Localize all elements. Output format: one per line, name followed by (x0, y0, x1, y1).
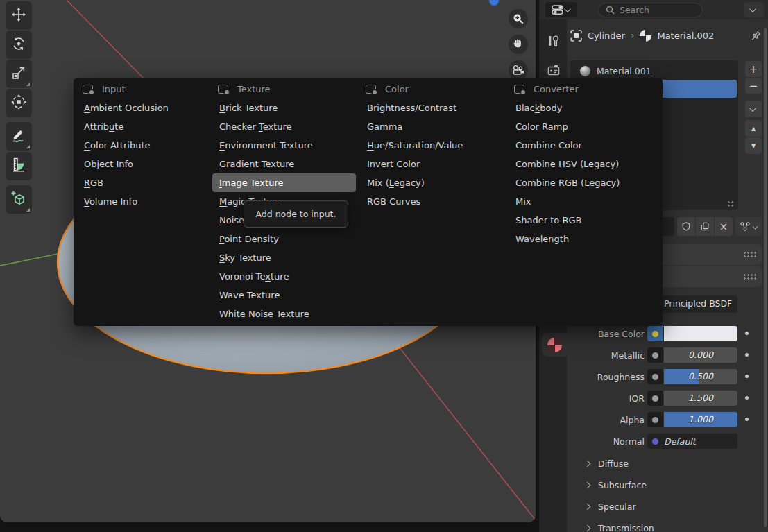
move-slot-down-button[interactable]: ▼ (745, 137, 762, 154)
input-socket[interactable] (647, 369, 663, 384)
menu-item-point-density[interactable]: Point Density (212, 230, 356, 248)
menu-item-checker-texture[interactable]: Checker Texture (212, 117, 356, 136)
search-icon (606, 6, 615, 15)
menu-item-white-noise-texture[interactable]: White Noise Texture (212, 304, 356, 323)
section-specular[interactable]: Specular (539, 498, 768, 515)
camera-view-gizmo-button[interactable] (509, 60, 528, 80)
menu-item-attribute[interactable]: Attribute (77, 117, 208, 136)
menu-item-wavelength[interactable]: Wavelength (509, 230, 659, 248)
menu-item-wave-texture[interactable]: Wave Texture (212, 286, 356, 304)
header-options-button[interactable] (744, 2, 764, 17)
unlink-material-button[interactable]: × (715, 217, 733, 236)
tooltip: Add node to input. (244, 200, 348, 228)
menu-item-invert-color[interactable]: Invert Color (360, 155, 504, 173)
decorator-dot-icon[interactable] (745, 396, 749, 400)
add-slot-button[interactable]: + (745, 61, 762, 77)
measure-tool-button[interactable] (6, 152, 32, 180)
base-color-socket[interactable] (647, 326, 663, 341)
menu-item-combine-rgb-legacy-[interactable]: Combine RGB (Legacy) (509, 173, 659, 192)
fake-user-button[interactable] (677, 217, 695, 236)
decorator-dot-icon[interactable] (745, 353, 749, 357)
menu-item-volume-info[interactable]: Volume Info (77, 192, 208, 211)
value-slider[interactable]: 1.500 (664, 391, 737, 406)
add-cube-tool-button[interactable] (6, 185, 32, 214)
node-category-icon (514, 85, 524, 94)
rotate-tool-button[interactable] (6, 31, 32, 59)
section-diffuse[interactable]: Diffuse (539, 455, 768, 472)
normal-field[interactable]: Default (647, 434, 737, 449)
menu-item-combine-hsv-legacy-[interactable]: Combine HSV (Legacy) (509, 155, 659, 173)
breadcrumb-separator: › (631, 30, 635, 41)
menu-item-ambient-occlusion[interactable]: Ambient Occlusion (77, 98, 208, 117)
panel-grip-icon[interactable] (743, 251, 756, 257)
input-socket[interactable] (647, 391, 663, 406)
menu-item-gradient-texture[interactable]: Gradient Texture (212, 155, 356, 173)
triangle-down-icon: ▼ (751, 143, 756, 149)
menu-item-mix-legacy-[interactable]: Mix (Legacy) (360, 173, 504, 192)
node-category-icon (83, 85, 93, 94)
annotate-tool-button[interactable] (6, 122, 32, 151)
move-tool-button[interactable] (6, 1, 32, 30)
menu-item-voronoi-texture[interactable]: Voronoi Texture (212, 267, 356, 286)
scale-tool-button[interactable] (6, 60, 32, 88)
menu-item-gamma[interactable]: Gamma (360, 117, 504, 136)
input-label: Base Color (598, 329, 645, 339)
pan-hand-gizmo-button[interactable] (509, 35, 528, 54)
menu-item-image-texture[interactable]: Image Texture (212, 173, 356, 192)
menu-item-object-info[interactable]: Object Info (77, 155, 208, 173)
breadcrumb: Cylinder › Material.002 (570, 25, 762, 46)
nodetree-icon (740, 221, 751, 232)
new-material-button[interactable] (696, 217, 714, 236)
menu-item-combine-color[interactable]: Combine Color (509, 136, 659, 155)
material-link-dropdown[interactable] (735, 217, 762, 236)
transform-tool-button[interactable] (6, 89, 32, 117)
menu-item-color-ramp[interactable]: Color Ramp (509, 117, 659, 136)
menu-item-brick-texture[interactable]: Brick Texture (212, 98, 356, 117)
breadcrumb-object[interactable]: Cylinder (588, 31, 625, 41)
input-label: Normal (613, 436, 645, 447)
scrollbar[interactable] (764, 28, 767, 527)
remove-slot-button[interactable]: − (745, 78, 762, 94)
base-color-swatch[interactable] (664, 326, 737, 341)
menu-item-hue-saturation-value[interactable]: Hue/Saturation/Value (360, 136, 504, 155)
editor-type-button[interactable] (545, 2, 577, 17)
input-socket[interactable] (647, 347, 663, 363)
menu-item-color-attribute[interactable]: Color Attribute (77, 136, 208, 155)
menu-item-brightness-contrast[interactable]: Brightness/Contrast (360, 98, 504, 117)
section-subsurface[interactable]: Subsurface (539, 477, 768, 493)
value-slider[interactable]: 0.500 (664, 369, 737, 384)
menu-item-sky-texture[interactable]: Sky Texture (212, 248, 356, 267)
navigation-gizmo-axis-dot[interactable] (489, 0, 499, 6)
shader-input-row-base-color: Base Color (539, 326, 768, 343)
menu-item-rgb[interactable]: RGB (77, 173, 208, 192)
menu-item-rgb-curves[interactable]: RGB Curves (360, 192, 504, 211)
section-label: Transmission (598, 523, 654, 532)
decorator-dot-icon[interactable] (745, 375, 749, 378)
search-input[interactable]: Search (598, 3, 703, 17)
slot-specials-button[interactable] (745, 101, 762, 117)
menu-item-environment-texture[interactable]: Environment Texture (212, 136, 356, 155)
x-axis-line-bottom (391, 336, 536, 520)
pin-icon[interactable] (750, 29, 762, 42)
move-slot-up-button[interactable]: ▲ (745, 120, 762, 137)
chevron-right-icon (584, 503, 591, 510)
list-resize-grip[interactable] (727, 200, 734, 207)
input-socket[interactable] (647, 412, 663, 427)
value-slider[interactable]: 1.000 (664, 412, 737, 427)
minus-icon: − (749, 80, 758, 92)
menu-category-label: Texture (237, 84, 271, 94)
menu-item-blackbody[interactable]: Blackbody (509, 98, 659, 117)
menu-item-shader-to-rgb[interactable]: Shader to RGB (509, 211, 659, 230)
breadcrumb-material[interactable]: Material.002 (657, 31, 714, 41)
section-transmission[interactable]: Transmission (539, 520, 768, 532)
decorator-dot-icon[interactable] (745, 332, 749, 335)
panel-grip-icon[interactable] (743, 273, 756, 280)
camera-view-icon (511, 62, 526, 78)
menu-column-input: InputAmbient OcclusionAttributeColor Att… (76, 79, 212, 326)
value-slider[interactable]: 0.000 (664, 347, 737, 363)
zoom-gizmo-button[interactable] (509, 9, 528, 28)
decorator-dot-icon[interactable] (745, 418, 749, 421)
menu-item-mix[interactable]: Mix (509, 192, 659, 211)
section-label: Specular (598, 501, 636, 512)
material-slot-name: Material.001 (597, 66, 651, 76)
